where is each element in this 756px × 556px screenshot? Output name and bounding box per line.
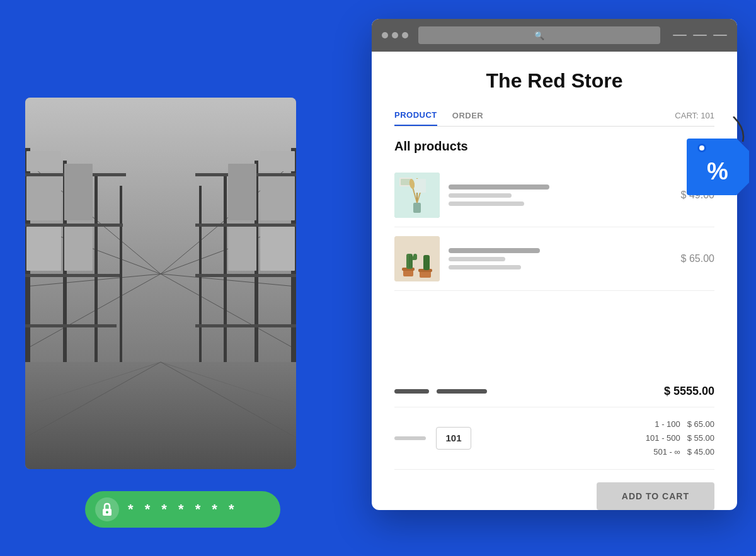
product-lines-2	[449, 248, 672, 269]
svg-rect-13	[120, 186, 122, 362]
svg-rect-51	[394, 236, 440, 281]
price-tag-decoration: %	[683, 116, 746, 189]
maximize-icon	[693, 35, 707, 36]
browser-titlebar: 🔍	[372, 19, 737, 52]
svg-text:%: %	[707, 158, 728, 184]
quantity-input[interactable]: 101	[436, 427, 471, 450]
store-title: The Red Store	[394, 69, 714, 93]
product-name-line-1	[449, 184, 549, 190]
svg-rect-25	[224, 173, 227, 362]
svg-rect-56	[413, 254, 417, 260]
store-tabs: PRODUCT ORDER CART: 101	[394, 105, 714, 127]
svg-rect-15	[25, 224, 123, 227]
add-to-cart-button[interactable]: ADD TO CART	[597, 482, 714, 510]
tab-order[interactable]: ORDER	[452, 106, 483, 125]
pricing-tiers: 1 - 100 $ 65.00 101 - 500 $ 55.00 501 - …	[646, 417, 714, 459]
dot-3	[402, 32, 408, 38]
product-info-1	[449, 184, 672, 206]
password-pill: * * * * * * *	[85, 491, 280, 528]
section-title: All products	[394, 139, 714, 154]
product-price-2: $ 65.00	[681, 253, 714, 264]
qty-label-line	[394, 436, 426, 440]
svg-rect-22	[64, 227, 93, 271]
tier-3: 501 - ∞ $ 45.00	[646, 445, 714, 459]
svg-rect-35	[228, 227, 256, 271]
product-desc-line-3	[449, 257, 505, 261]
svg-rect-28	[195, 224, 296, 227]
store-header: The Red Store PRODUCT ORDER CART: 101	[372, 52, 737, 127]
svg-rect-19	[26, 176, 61, 220]
svg-rect-21	[64, 164, 93, 220]
tier-2-range: 101 - 500	[646, 433, 680, 443]
tab-product[interactable]: PRODUCT	[394, 105, 437, 126]
svg-rect-29	[195, 274, 296, 277]
product-item-1[interactable]: $ 49.00	[394, 164, 714, 227]
svg-marker-1	[25, 362, 296, 469]
svg-point-63	[699, 145, 704, 150]
add-to-cart-row: ADD TO CART	[394, 470, 714, 510]
tier-3-range: 501 - ∞	[653, 447, 680, 457]
password-stars: * * * * * * *	[128, 501, 238, 518]
svg-rect-32	[260, 176, 295, 220]
lock-icon	[95, 497, 119, 521]
product-desc-line-2	[449, 201, 524, 206]
warehouse-image	[25, 98, 296, 469]
svg-rect-20	[26, 227, 61, 271]
tier-2: 101 - 500 $ 55.00	[646, 431, 714, 445]
store-content: The Red Store PRODUCT ORDER CART: 101 Al…	[372, 52, 737, 510]
svg-rect-31	[260, 151, 295, 171]
minimize-icon	[673, 35, 687, 36]
cart-section: $ 5555.00 101 1 - 100 $ 65.00 101 - 500 …	[372, 376, 737, 510]
svg-rect-16	[25, 274, 120, 277]
product-lines-1	[449, 184, 672, 206]
svg-rect-42	[401, 179, 411, 185]
products-section: All products	[372, 127, 737, 376]
dot-2	[392, 32, 398, 38]
cart-qty-row: 101 1 - 100 $ 65.00 101 - 500 $ 55.00 50…	[394, 407, 714, 470]
product-desc-line-4	[449, 265, 521, 269]
search-icon: 🔍	[534, 31, 544, 40]
dot-1	[382, 32, 388, 38]
svg-rect-18	[26, 151, 61, 171]
cart-total-row: $ 5555.00	[394, 376, 714, 407]
product-item-2[interactable]: $ 65.00	[394, 227, 714, 291]
svg-rect-59	[423, 255, 430, 270]
svg-rect-50	[415, 179, 426, 193]
browser-search-bar[interactable]: 🔍	[418, 26, 660, 44]
svg-rect-12	[94, 173, 98, 362]
svg-point-66	[106, 511, 108, 514]
tier-1: 1 - 100 $ 65.00	[646, 417, 714, 431]
tier-1-price: $ 65.00	[687, 419, 714, 429]
product-thumb-1	[394, 173, 440, 218]
browser-traffic-lights	[382, 32, 408, 38]
browser-window-controls	[673, 35, 727, 36]
product-desc-line-1	[449, 193, 512, 198]
product-info-2	[449, 248, 672, 269]
svg-rect-30	[195, 324, 296, 327]
tier-1-range: 1 - 100	[655, 419, 680, 429]
product-thumb-2	[394, 236, 440, 281]
close-icon	[713, 35, 727, 36]
browser-window: 🔍 The Red Store PRODUCT ORDER CART: 101 …	[372, 19, 737, 510]
cart-total-price: $ 5555.00	[664, 385, 714, 398]
tier-3-price: $ 45.00	[687, 447, 714, 457]
svg-rect-34	[228, 164, 256, 220]
total-line-1	[394, 389, 429, 394]
product-name-line-3	[449, 248, 540, 253]
total-line-2	[437, 389, 487, 394]
tier-2-price: $ 55.00	[687, 433, 714, 443]
svg-rect-33	[260, 227, 295, 271]
svg-rect-17	[25, 324, 117, 327]
svg-rect-43	[413, 203, 421, 213]
